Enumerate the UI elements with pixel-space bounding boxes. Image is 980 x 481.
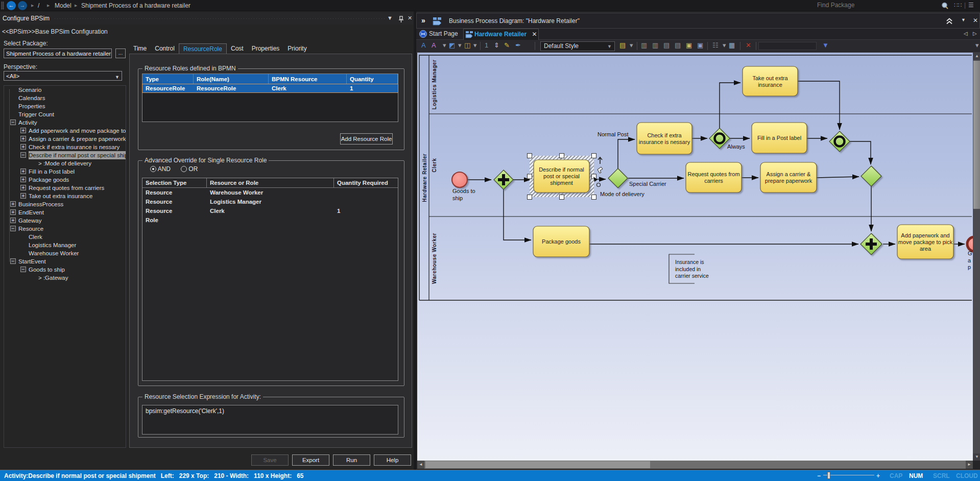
font-color-icon[interactable]: A xyxy=(421,41,426,49)
scroll-left-icon[interactable]: ◄ xyxy=(417,461,424,469)
tree-item[interactable]: −Resource xyxy=(4,225,126,233)
config-tab-cost[interactable]: Cost xyxy=(227,43,248,54)
expand-icon[interactable]: + xyxy=(20,136,26,141)
chevron-down-icon[interactable]: ▾ xyxy=(458,41,462,49)
dropdown-icon[interactable]: ▼ xyxy=(387,15,393,21)
config-tab-priority[interactable]: Priority xyxy=(283,43,310,54)
bpmn-gateway-inclusive[interactable] xyxy=(829,131,850,152)
pin-icon[interactable] xyxy=(398,16,404,22)
export-button[interactable]: Export xyxy=(292,454,329,466)
tree-item[interactable]: −Activity xyxy=(4,118,126,127)
style-combobox[interactable]: Default Style▼ xyxy=(540,41,615,51)
vertical-scrollbar[interactable]: ▲ ▼ xyxy=(973,53,980,461)
bpmn-task-takeout[interactable]: Take out extrainsurance xyxy=(743,66,798,96)
or-radio[interactable]: OR xyxy=(181,165,198,173)
chevron-down-icon[interactable]: ▾ xyxy=(723,41,726,49)
and-radio[interactable]: AND xyxy=(150,165,171,173)
selection-handle[interactable] xyxy=(528,195,532,200)
line-width-value[interactable]: 1 xyxy=(485,41,488,49)
bpmn-gateway-inclusive[interactable] xyxy=(709,128,730,149)
chevron-down-icon[interactable]: ▾ xyxy=(473,41,477,49)
selection-handle[interactable] xyxy=(528,174,532,179)
toggle-cap[interactable]: CAP xyxy=(890,472,902,479)
package-input[interactable]: Shipment Process of a hardware retailer xyxy=(4,49,112,58)
zoom-slider-track[interactable] xyxy=(823,475,874,475)
tab-hardware-retailer[interactable]: Hardware Retailer ✕ xyxy=(463,29,539,40)
close-icon[interactable]: ✕ xyxy=(973,17,978,24)
bpmn-task-check[interactable]: Check if extrainsurance is nessary xyxy=(637,123,692,154)
filter-funnel-icon[interactable]: ▼ xyxy=(822,41,829,49)
tree-item[interactable]: Trigger Count xyxy=(4,110,126,118)
delete-icon[interactable]: ✕ xyxy=(746,41,751,49)
tab-scroll-right-icon[interactable]: ▷ xyxy=(973,31,977,36)
tree-item[interactable]: −StartEvent xyxy=(4,257,126,266)
expand-icon[interactable]: + xyxy=(10,209,16,215)
scroll-up-icon[interactable]: ▲ xyxy=(973,53,980,60)
tree-item[interactable]: > :Mode of delievery xyxy=(4,159,126,167)
collapse-icon[interactable] xyxy=(946,18,953,25)
sequence-flow[interactable] xyxy=(504,189,531,240)
tree-item[interactable]: +Fill in a Post label xyxy=(4,167,126,176)
tree-item[interactable]: Logistics Manager xyxy=(4,241,126,249)
config-tab-time[interactable]: Time xyxy=(129,43,151,54)
expand-icon[interactable]: + xyxy=(20,185,26,190)
quicklink-hand-icon[interactable] xyxy=(597,167,603,173)
help-button[interactable]: Help xyxy=(374,454,411,466)
save-style-icon[interactable]: ▤ xyxy=(619,41,626,49)
breadcrumb-model[interactable]: Model xyxy=(55,2,71,9)
hamburger-menu-icon[interactable]: ☰ xyxy=(968,2,974,9)
tree-item[interactable]: +Assign a carrier & prepare paperwork xyxy=(4,135,126,143)
tree-item[interactable]: +Take out extra insurance xyxy=(4,192,126,200)
align-right-icon[interactable]: ▥ xyxy=(652,41,658,49)
back-button[interactable]: ← xyxy=(7,1,16,10)
fill-color-icon[interactable]: ◩ xyxy=(449,41,455,49)
font-style-icon[interactable]: A xyxy=(432,41,436,49)
quicklink-circle-icon[interactable] xyxy=(597,183,601,187)
bpmn-task-assign[interactable]: Assign a carrier &prepare paperwork xyxy=(760,162,817,193)
toggle-scrl[interactable]: SCRL xyxy=(933,472,950,479)
scrollbar-thumb[interactable] xyxy=(973,61,980,209)
tree-item[interactable]: Calendars xyxy=(4,94,126,102)
expand-icon[interactable]: + xyxy=(20,144,26,150)
find-package-input[interactable]: Find Package xyxy=(817,2,937,10)
bring-front-icon[interactable]: ▣ xyxy=(686,41,692,49)
sequence-flow[interactable] xyxy=(618,139,635,169)
zoom-slider-thumb[interactable] xyxy=(827,472,830,479)
tree-item[interactable]: −Describe if normal post or special ship… xyxy=(4,151,126,159)
tree-item[interactable]: Clerk xyxy=(4,233,126,241)
expand-icon[interactable]: + xyxy=(20,169,26,174)
expand-icon[interactable]: + xyxy=(20,193,26,199)
run-button[interactable]: Run xyxy=(333,454,370,466)
chevron-down-icon[interactable]: ▾ xyxy=(630,41,633,49)
zoom-in-icon[interactable]: + xyxy=(876,472,880,479)
add-resource-role-button[interactable]: Add Resource Role xyxy=(340,133,393,145)
layout-icon[interactable]: ☷ xyxy=(712,41,719,49)
toggle-num[interactable]: NUM xyxy=(909,472,923,479)
brush-icon[interactable]: ✎ xyxy=(504,41,510,49)
tree-item[interactable]: Properties xyxy=(4,102,126,110)
scrollbar-thumb[interactable] xyxy=(425,461,650,468)
table-row[interactable]: ResourceClerk1 xyxy=(142,206,398,215)
sequence-flow[interactable] xyxy=(817,177,859,178)
tree-item[interactable]: +Request quotes from carriers xyxy=(4,184,126,192)
collapse-icon[interactable]: − xyxy=(10,258,16,264)
bpmn-gateway-parallel[interactable] xyxy=(861,233,882,255)
save-button[interactable]: Save xyxy=(251,454,289,466)
expression-input[interactable]: bpsim:getResource('Clerk',1) xyxy=(142,405,398,435)
horizontal-scrollbar[interactable]: ◄ ► xyxy=(417,461,973,469)
bpmn-task-package[interactable]: Package goods xyxy=(533,226,589,257)
tree-item[interactable]: +Gateway xyxy=(4,217,126,225)
selection-handle[interactable] xyxy=(560,195,564,200)
align-bottom-icon[interactable]: ▤ xyxy=(675,41,681,49)
config-tab-properties[interactable]: Properties xyxy=(248,43,284,54)
forward-button[interactable]: → xyxy=(18,1,27,10)
breadcrumb-root[interactable]: / xyxy=(38,2,39,9)
tree-item[interactable]: −Goods to ship xyxy=(4,266,126,274)
breadcrumb-package[interactable]: Shipment Process of a hardware retailer xyxy=(81,2,190,9)
send-back-icon[interactable]: ▣ xyxy=(697,41,703,49)
selection-handle[interactable] xyxy=(592,154,596,158)
collapse-icon[interactable]: − xyxy=(20,267,26,272)
tree-item[interactable]: +EndEvent xyxy=(4,208,126,217)
diagram-canvas[interactable]: Hardware RetailerLogistics ManagerClerkW… xyxy=(417,53,973,461)
collapse-icon[interactable]: − xyxy=(10,119,16,125)
